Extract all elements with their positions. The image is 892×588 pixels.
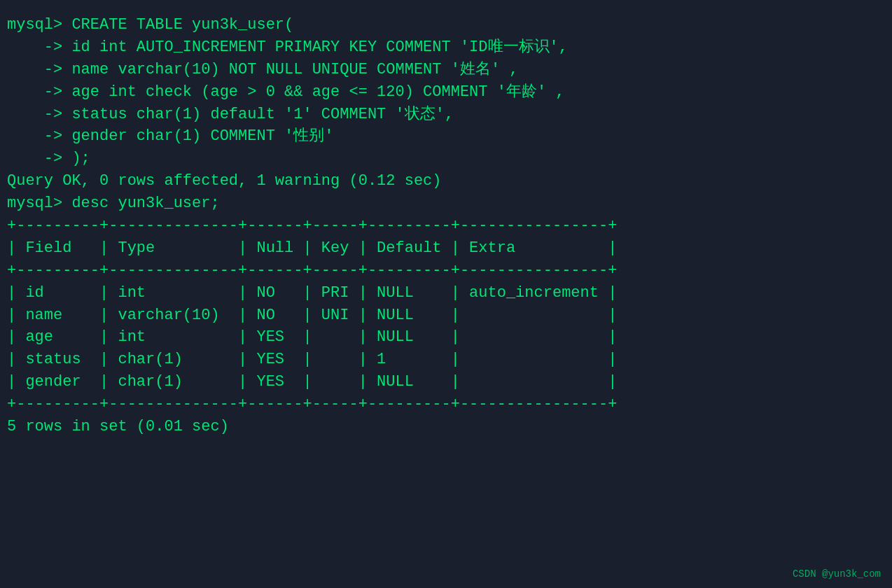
terminal-line: | gender | char(1) | YES | | NULL | | — [7, 371, 885, 393]
terminal-line: mysql> CREATE TABLE yun3k_user( — [7, 14, 885, 36]
terminal-line: -> id int AUTO_INCREMENT PRIMARY KEY COM… — [7, 36, 885, 59]
terminal-line: +---------+--------------+------+-----+-… — [7, 215, 885, 237]
terminal-line: -> age int check (age > 0 && age <= 120)… — [7, 81, 885, 104]
terminal-window: mysql> CREATE TABLE yun3k_user( -> id in… — [7, 14, 885, 574]
terminal-line: mysql> desc yun3k_user; — [7, 192, 885, 215]
terminal-line: -> status char(1) default '1' COMMENT '状… — [7, 104, 885, 126]
terminal-line: 5 rows in set (0.01 sec) — [7, 416, 885, 438]
terminal-line: -> ); — [7, 148, 885, 170]
terminal-line: | id | int | NO | PRI | NULL | auto_incr… — [7, 282, 885, 304]
terminal-line: | age | int | YES | | NULL | | — [7, 326, 885, 349]
terminal-line: | name | varchar(10) | NO | UNI | NULL |… — [7, 304, 885, 327]
terminal-line: Query OK, 0 rows affected, 1 warning (0.… — [7, 170, 885, 192]
terminal-line: | Field | Type | Null | Key | Default | … — [7, 237, 885, 260]
terminal-line: +---------+--------------+------+-----+-… — [7, 260, 885, 282]
terminal-line: -> gender char(1) COMMENT '性别' — [7, 125, 885, 148]
terminal-line: +---------+--------------+------+-----+-… — [7, 393, 885, 416]
terminal-line: | status | char(1) | YES | | 1 | | — [7, 349, 885, 371]
watermark: CSDN @yun3k_com — [793, 568, 881, 580]
terminal-line: -> name varchar(10) NOT NULL UNIQUE COMM… — [7, 59, 885, 81]
